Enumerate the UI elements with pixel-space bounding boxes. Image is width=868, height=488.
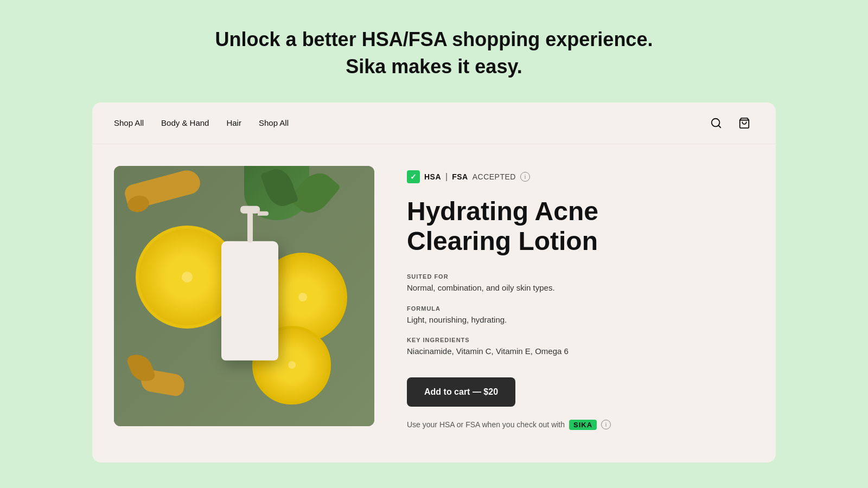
- fsa-label: FSA: [452, 172, 468, 181]
- hsa-info-icon[interactable]: i: [520, 172, 530, 182]
- suited-for-group: SUITED FOR Normal, combination, and oily…: [407, 273, 754, 294]
- suited-for-label: SUITED FOR: [407, 273, 754, 280]
- banner-headline: Unlock a better HSA/FSA shopping experie…: [11, 26, 857, 81]
- sika-badge: SIKA: [569, 420, 597, 430]
- hsa-fsa-badge: ✓ HSA | FSA ACCEPTED i: [407, 170, 754, 183]
- search-button[interactable]: [706, 113, 726, 133]
- nav-link-hair[interactable]: Hair: [226, 118, 241, 127]
- cart-icon: [738, 117, 750, 129]
- suited-for-value: Normal, combination, and oily skin types…: [407, 282, 754, 294]
- sika-info-icon[interactable]: i: [601, 420, 611, 429]
- key-ingredients-value: Niacinamide, Vitamin C, Vitamin E, Omega…: [407, 345, 754, 358]
- nav-icons: [706, 113, 754, 133]
- cart-button[interactable]: [735, 113, 754, 133]
- formula-label: FORMULA: [407, 305, 754, 312]
- key-ingredients-label: KEY INGREDIENTS: [407, 337, 754, 343]
- main-content: ✓ HSA | FSA ACCEPTED i Hydrating Acne Cl…: [92, 144, 776, 430]
- nav-link-body-hand[interactable]: Body & Hand: [161, 118, 209, 127]
- store-card: Shop All Body & Hand Hair Shop All: [92, 102, 776, 463]
- nav-bar: Shop All Body & Hand Hair Shop All: [92, 102, 776, 144]
- product-image: [114, 166, 374, 426]
- checkout-note: Use your HSA or FSA when you check out w…: [407, 420, 754, 430]
- nav-link-shop-all-2[interactable]: Shop All: [259, 118, 289, 127]
- nav-link-shop-all-1[interactable]: Shop All: [114, 118, 144, 127]
- checkout-note-text: Use your HSA or FSA when you check out w…: [407, 420, 565, 429]
- hsa-checkmark-icon: ✓: [407, 170, 420, 183]
- product-details: SUITED FOR Normal, combination, and oily…: [407, 273, 754, 358]
- hsa-fsa-pipe: |: [445, 172, 448, 182]
- add-to-cart-button[interactable]: Add to cart — $20: [407, 377, 515, 407]
- formula-value: Light, nourishing, hydrating.: [407, 314, 754, 326]
- svg-line-1: [718, 125, 720, 127]
- search-icon: [710, 117, 722, 129]
- product-image-container: [114, 166, 374, 426]
- product-title: Hydrating Acne Clearing Lotion: [407, 196, 754, 256]
- top-banner: Unlock a better HSA/FSA shopping experie…: [0, 0, 868, 102]
- accepted-label: ACCEPTED: [473, 172, 516, 181]
- key-ingredients-group: KEY INGREDIENTS Niacinamide, Vitamin C, …: [407, 337, 754, 358]
- hsa-label: HSA: [424, 172, 441, 181]
- nav-links: Shop All Body & Hand Hair Shop All: [114, 118, 289, 127]
- formula-group: FORMULA Light, nourishing, hydrating.: [407, 305, 754, 326]
- product-info: ✓ HSA | FSA ACCEPTED i Hydrating Acne Cl…: [407, 166, 754, 430]
